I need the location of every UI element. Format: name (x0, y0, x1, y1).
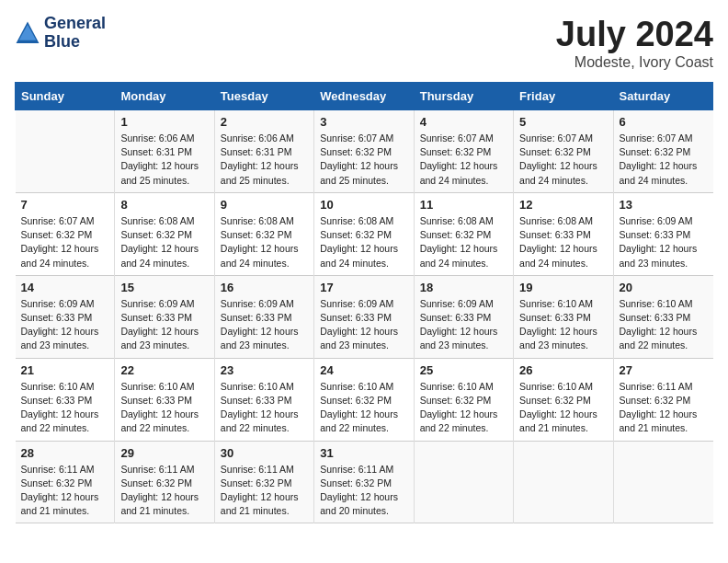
header-sunday: Sunday (16, 83, 115, 110)
main-title: July 2024 (556, 15, 713, 54)
calendar-cell: 20Sunrise: 6:10 AMSunset: 6:33 PMDayligh… (613, 275, 712, 358)
logo-line2: Blue (44, 33, 106, 52)
day-info: Sunrise: 6:09 AMSunset: 6:33 PMDaylight:… (620, 214, 708, 270)
day-info: Sunrise: 6:07 AMSunset: 6:32 PMDaylight:… (420, 132, 507, 188)
day-number: 24 (320, 363, 407, 377)
header-tuesday: Tuesday (214, 83, 313, 110)
title-block: July 2024 Modeste, Ivory Coast (556, 15, 713, 71)
calendar-cell: 30Sunrise: 6:11 AMSunset: 6:32 PMDayligh… (214, 441, 313, 523)
day-number: 12 (519, 198, 607, 212)
day-info: Sunrise: 6:11 AMSunset: 6:32 PMDaylight:… (21, 463, 109, 519)
day-number: 16 (221, 281, 308, 294)
calendar-cell: 5Sunrise: 6:07 AMSunset: 6:32 PMDaylight… (514, 110, 613, 193)
day-info: Sunrise: 6:07 AMSunset: 6:32 PMDaylight:… (519, 132, 607, 188)
calendar-cell: 2Sunrise: 6:06 AMSunset: 6:31 PMDaylight… (214, 110, 313, 193)
day-number: 14 (21, 281, 109, 294)
day-info: Sunrise: 6:10 AMSunset: 6:33 PMDaylight:… (21, 380, 109, 436)
day-info: Sunrise: 6:10 AMSunset: 6:33 PMDaylight:… (519, 297, 607, 353)
day-info: Sunrise: 6:10 AMSunset: 6:32 PMDaylight:… (519, 380, 607, 436)
calendar-cell: 27Sunrise: 6:11 AMSunset: 6:32 PMDayligh… (613, 358, 712, 441)
header-wednesday: Wednesday (314, 83, 414, 110)
calendar-cell: 31Sunrise: 6:11 AMSunset: 6:32 PMDayligh… (314, 441, 414, 523)
calendar-cell: 16Sunrise: 6:09 AMSunset: 6:33 PMDayligh… (214, 275, 313, 358)
day-number: 15 (120, 281, 208, 294)
day-number: 5 (519, 115, 607, 129)
calendar-table: SundayMondayTuesdayWednesdayThursdayFrid… (15, 82, 713, 523)
day-info: Sunrise: 6:10 AMSunset: 6:32 PMDaylight:… (320, 380, 407, 436)
page-header: General Blue July 2024 Modeste, Ivory Co… (15, 15, 713, 71)
day-info: Sunrise: 6:06 AMSunset: 6:31 PMDaylight:… (221, 132, 308, 188)
day-number: 30 (221, 446, 308, 460)
day-info: Sunrise: 6:11 AMSunset: 6:32 PMDaylight:… (120, 463, 208, 519)
logo-text: General Blue (44, 15, 106, 52)
day-info: Sunrise: 6:09 AMSunset: 6:33 PMDaylight:… (420, 297, 507, 353)
day-info: Sunrise: 6:08 AMSunset: 6:32 PMDaylight:… (320, 214, 407, 270)
week-row-3: 21Sunrise: 6:10 AMSunset: 6:33 PMDayligh… (16, 358, 713, 441)
day-info: Sunrise: 6:10 AMSunset: 6:32 PMDaylight:… (420, 380, 507, 436)
day-info: Sunrise: 6:09 AMSunset: 6:33 PMDaylight:… (320, 297, 407, 353)
calendar-cell: 3Sunrise: 6:07 AMSunset: 6:32 PMDaylight… (314, 110, 414, 193)
day-number: 3 (320, 115, 407, 129)
day-number: 27 (620, 363, 708, 377)
header-thursday: Thursday (414, 83, 513, 110)
week-row-1: 7Sunrise: 6:07 AMSunset: 6:32 PMDaylight… (16, 192, 713, 275)
day-number: 21 (21, 363, 109, 377)
day-number: 11 (420, 198, 507, 212)
calendar-cell: 7Sunrise: 6:07 AMSunset: 6:32 PMDaylight… (16, 192, 115, 275)
calendar-cell: 10Sunrise: 6:08 AMSunset: 6:32 PMDayligh… (314, 192, 414, 275)
day-info: Sunrise: 6:10 AMSunset: 6:33 PMDaylight:… (120, 380, 208, 436)
day-number: 9 (221, 198, 308, 212)
calendar-header-row: SundayMondayTuesdayWednesdayThursdayFrid… (16, 83, 713, 110)
header-monday: Monday (115, 83, 214, 110)
calendar-cell: 25Sunrise: 6:10 AMSunset: 6:32 PMDayligh… (414, 358, 513, 441)
day-number: 10 (320, 198, 407, 212)
calendar-cell: 19Sunrise: 6:10 AMSunset: 6:33 PMDayligh… (514, 275, 613, 358)
day-info: Sunrise: 6:09 AMSunset: 6:33 PMDaylight:… (120, 297, 208, 353)
day-number: 23 (221, 363, 308, 377)
day-number: 22 (120, 363, 208, 377)
day-number: 31 (320, 446, 407, 460)
day-number: 26 (519, 363, 607, 377)
calendar-cell: 8Sunrise: 6:08 AMSunset: 6:32 PMDaylight… (115, 192, 214, 275)
calendar-cell: 13Sunrise: 6:09 AMSunset: 6:33 PMDayligh… (613, 192, 712, 275)
day-number: 20 (620, 281, 708, 294)
calendar-cell: 22Sunrise: 6:10 AMSunset: 6:33 PMDayligh… (115, 358, 214, 441)
day-number: 29 (120, 446, 208, 460)
day-number: 1 (120, 115, 208, 129)
day-info: Sunrise: 6:10 AMSunset: 6:33 PMDaylight:… (221, 380, 308, 436)
svg-marker-1 (19, 24, 37, 40)
week-row-2: 14Sunrise: 6:09 AMSunset: 6:33 PMDayligh… (16, 275, 713, 358)
calendar-cell (514, 441, 613, 523)
day-info: Sunrise: 6:07 AMSunset: 6:32 PMDaylight:… (620, 132, 708, 188)
day-number: 6 (620, 115, 708, 129)
day-number: 2 (221, 115, 308, 129)
day-number: 13 (620, 198, 708, 212)
calendar-cell (613, 441, 712, 523)
day-info: Sunrise: 6:06 AMSunset: 6:31 PMDaylight:… (120, 132, 208, 188)
calendar-cell: 6Sunrise: 6:07 AMSunset: 6:32 PMDaylight… (613, 110, 712, 193)
calendar-cell: 1Sunrise: 6:06 AMSunset: 6:31 PMDaylight… (115, 110, 214, 193)
day-info: Sunrise: 6:08 AMSunset: 6:32 PMDaylight:… (120, 214, 208, 270)
day-number: 8 (120, 198, 208, 212)
day-number: 28 (21, 446, 109, 460)
calendar-cell: 21Sunrise: 6:10 AMSunset: 6:33 PMDayligh… (16, 358, 115, 441)
calendar-cell: 9Sunrise: 6:08 AMSunset: 6:32 PMDaylight… (214, 192, 313, 275)
calendar-cell: 11Sunrise: 6:08 AMSunset: 6:32 PMDayligh… (414, 192, 513, 275)
day-info: Sunrise: 6:09 AMSunset: 6:33 PMDaylight:… (221, 297, 308, 353)
day-number: 19 (519, 281, 607, 294)
day-info: Sunrise: 6:11 AMSunset: 6:32 PMDaylight:… (620, 380, 708, 436)
header-friday: Friday (514, 83, 613, 110)
calendar-cell: 4Sunrise: 6:07 AMSunset: 6:32 PMDaylight… (414, 110, 513, 193)
calendar-cell (16, 110, 115, 193)
day-number: 7 (21, 198, 109, 212)
day-number: 25 (420, 363, 507, 377)
header-saturday: Saturday (613, 83, 712, 110)
subtitle: Modeste, Ivory Coast (556, 54, 713, 71)
calendar-cell: 26Sunrise: 6:10 AMSunset: 6:32 PMDayligh… (514, 358, 613, 441)
logo-icon (15, 20, 40, 46)
day-info: Sunrise: 6:07 AMSunset: 6:32 PMDaylight:… (21, 214, 109, 270)
day-info: Sunrise: 6:08 AMSunset: 6:33 PMDaylight:… (519, 214, 607, 270)
calendar-cell: 28Sunrise: 6:11 AMSunset: 6:32 PMDayligh… (16, 441, 115, 523)
day-info: Sunrise: 6:07 AMSunset: 6:32 PMDaylight:… (320, 132, 407, 188)
calendar-cell: 15Sunrise: 6:09 AMSunset: 6:33 PMDayligh… (115, 275, 214, 358)
